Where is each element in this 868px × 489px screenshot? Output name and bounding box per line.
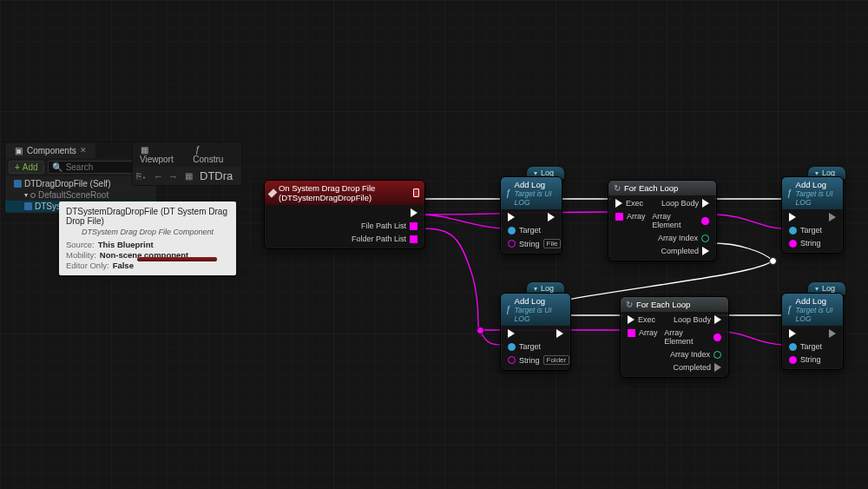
exec-out-pin[interactable] bbox=[548, 213, 555, 221]
exec-out-pin[interactable] bbox=[829, 329, 836, 338]
tooltip-subtitle: DTSystem Drag Drop File Component bbox=[66, 228, 229, 236]
pin-label: Target bbox=[800, 342, 822, 351]
node-subtitle: Target is UI LOG bbox=[796, 189, 838, 207]
node-title: Add Log bbox=[515, 180, 556, 189]
addlog-node-1[interactable]: ƒ Add Log Target is UI LOG Target String… bbox=[500, 176, 562, 254]
event-node-ondragdropfile[interactable]: On System Drag Drop File (DTSystemDragDr… bbox=[264, 180, 425, 249]
file-path-list-pin[interactable]: File Path List bbox=[361, 221, 418, 230]
panel-icon: ▣ bbox=[14, 146, 23, 155]
nav-arrows: ← → bbox=[154, 171, 178, 182]
construction-tab[interactable]: ƒ Constru bbox=[193, 145, 234, 164]
chevron-down-icon: ▾ bbox=[815, 285, 819, 293]
completed-pin[interactable]: Completed bbox=[661, 247, 709, 255]
exec-in-pin[interactable]: Exec bbox=[628, 315, 655, 324]
node-title: For Each Loop bbox=[624, 183, 678, 193]
string-pin[interactable]: String bbox=[789, 355, 821, 364]
pin-label: Loop Body bbox=[661, 199, 699, 208]
string-pin[interactable]: String bbox=[789, 239, 821, 248]
exec-out-pin[interactable] bbox=[829, 213, 836, 221]
pin-label: String bbox=[519, 240, 540, 248]
target-pin[interactable]: Target bbox=[789, 342, 822, 351]
pin-label: String bbox=[519, 356, 540, 365]
search-icon: 🔍 bbox=[52, 162, 62, 172]
node-header[interactable]: ƒ Add Log Target is UI LOG bbox=[501, 294, 570, 326]
addlog-node-4[interactable]: ƒ Add Log Target is UI LOG Target String bbox=[781, 293, 844, 370]
default-value-pill[interactable]: Folder bbox=[543, 355, 570, 365]
pin-label: Array Element bbox=[652, 212, 698, 229]
tooltip-source-val: This Blueprint bbox=[98, 240, 154, 249]
close-icon[interactable]: ✕ bbox=[80, 146, 87, 155]
array-element-pin[interactable]: Array Element bbox=[664, 328, 721, 346]
save-button[interactable]: ⎘▾ bbox=[136, 171, 147, 181]
node-subtitle: Target is UI LOG bbox=[515, 306, 565, 323]
pin-label: Completed bbox=[673, 363, 711, 372]
tooltip-source-key: Source: bbox=[66, 240, 95, 249]
nav-forward-button[interactable]: → bbox=[168, 171, 178, 182]
tree-default-scene-root[interactable]: ▾ DefaultSceneRoot bbox=[5, 189, 156, 201]
loop-body-pin[interactable]: Loop Body bbox=[674, 315, 721, 324]
loop-body-pin[interactable]: Loop Body bbox=[661, 199, 709, 208]
viewport-icon: ▦ bbox=[140, 145, 149, 155]
exec-out-pin[interactable] bbox=[411, 208, 418, 217]
exec-in-pin[interactable] bbox=[508, 329, 515, 338]
exec-out-pin[interactable] bbox=[556, 329, 563, 338]
node-header[interactable]: ↻ For Each Loop bbox=[621, 297, 728, 312]
pin-label: Array bbox=[627, 212, 646, 221]
array-in-pin[interactable]: Array bbox=[615, 212, 646, 221]
pin-label: Completed bbox=[661, 247, 699, 255]
scene-icon bbox=[30, 193, 36, 198]
exec-in-pin[interactable] bbox=[789, 329, 796, 338]
viewport-tab-label: Viewport bbox=[140, 155, 174, 164]
caret-icon: ▾ bbox=[24, 191, 28, 199]
viewport-tabbar: ▦ Viewport ƒ Constru bbox=[133, 142, 241, 167]
reroute-node-pink[interactable] bbox=[477, 327, 484, 334]
browse-button[interactable]: ▦ bbox=[185, 171, 193, 181]
pin-label: Target bbox=[519, 226, 541, 235]
target-pin[interactable]: Target bbox=[508, 226, 541, 235]
exec-in-pin[interactable] bbox=[508, 213, 515, 221]
node-header[interactable]: ƒ Add Log Target is UI LOG bbox=[782, 294, 843, 326]
tooltip-title: DTSystemDragDropFile (DT System Drag Dro… bbox=[66, 207, 229, 226]
pin-label: Array Index bbox=[658, 234, 698, 242]
delegate-pin[interactable] bbox=[413, 188, 419, 197]
pin-label: Array Element bbox=[664, 328, 710, 346]
node-header[interactable]: On System Drag Drop File (DTSystemDragDr… bbox=[265, 181, 424, 205]
node-header[interactable]: ƒ Add Log Target is UI LOG bbox=[782, 177, 843, 209]
array-element-pin[interactable]: Array Element bbox=[652, 212, 709, 229]
node-title: For Each Loop bbox=[636, 300, 690, 309]
target-pin[interactable]: Target bbox=[789, 226, 822, 235]
array-index-pin[interactable]: Array Index bbox=[658, 234, 709, 242]
array-pin-icon bbox=[410, 235, 418, 243]
pin-label: Loop Body bbox=[674, 315, 711, 324]
completed-pin[interactable]: Completed bbox=[673, 363, 721, 372]
array-pin-icon bbox=[615, 213, 623, 221]
error-bar bbox=[137, 257, 217, 261]
foreach-node-1[interactable]: ↻ For Each Loop Exec Array Loop Body Arr… bbox=[608, 180, 717, 261]
node-header[interactable]: ƒ Add Log Target is UI LOG bbox=[501, 177, 562, 209]
component-icon bbox=[24, 202, 32, 210]
add-component-button[interactable]: + Add bbox=[9, 161, 44, 174]
addlog-node-3[interactable]: ƒ Add Log Target is UI LOG Target String… bbox=[500, 293, 571, 371]
exec-in-pin[interactable] bbox=[789, 213, 796, 221]
breadcrumb[interactable]: DTDra bbox=[200, 169, 233, 182]
pin-label: String bbox=[800, 355, 821, 364]
viewport-tab[interactable]: ▦ Viewport bbox=[140, 145, 184, 164]
pin-label: File Path List bbox=[361, 221, 406, 230]
pin-label: Folder Path List bbox=[352, 235, 406, 243]
pin-label: Array Index bbox=[670, 350, 710, 359]
pin-label: String bbox=[800, 239, 821, 248]
folder-path-list-pin[interactable]: Folder Path List bbox=[352, 235, 418, 243]
exec-in-pin[interactable]: Exec bbox=[615, 199, 643, 208]
foreach-node-2[interactable]: ↻ For Each Loop Exec Array Loop Body Arr… bbox=[620, 296, 729, 378]
plus-icon: + bbox=[15, 162, 20, 172]
array-index-pin[interactable]: Array Index bbox=[670, 350, 721, 359]
array-in-pin[interactable]: Array bbox=[628, 328, 658, 337]
tooltip-editor-val: False bbox=[113, 261, 134, 270]
pin-label: Exec bbox=[638, 315, 655, 324]
reroute-node[interactable] bbox=[769, 257, 777, 265]
node-header[interactable]: ↻ For Each Loop bbox=[608, 181, 716, 195]
components-tab[interactable]: ▣ Components ✕ bbox=[5, 143, 95, 158]
nav-back-button[interactable]: ← bbox=[154, 171, 163, 182]
target-pin[interactable]: Target bbox=[508, 342, 541, 351]
addlog-node-2[interactable]: ƒ Add Log Target is UI LOG Target String bbox=[781, 176, 844, 254]
